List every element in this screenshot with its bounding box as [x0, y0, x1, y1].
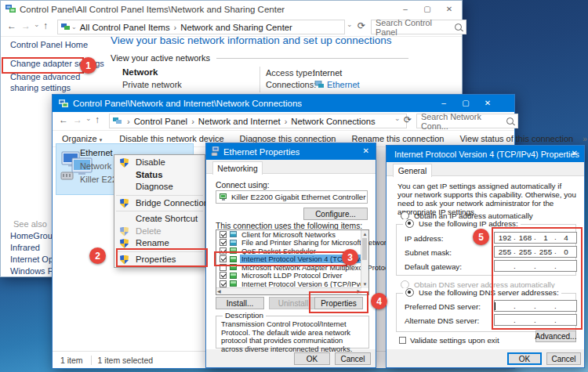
titlebar[interactable]: Control Panel\Network and Internet\Netwo… — [53, 95, 514, 112]
active-networks-label: View your active networks — [111, 53, 210, 63]
cancel-button[interactable]: Cancel — [335, 352, 371, 365]
history-chevron-icon[interactable]: ⌄ — [85, 114, 92, 122]
checkbox[interactable] — [220, 231, 227, 238]
menu-item-disable[interactable]: Disable — [114, 157, 205, 169]
window-title: Control Panel\All Control Panel Items\Ne… — [20, 5, 285, 14]
breadcrumb-separator-icon: › — [187, 117, 198, 126]
menu-item-diagnose[interactable]: Diagnose — [114, 181, 205, 193]
refresh-icon[interactable]: ⟳ — [404, 114, 412, 125]
advanced-button[interactable]: Advanced... — [535, 330, 576, 342]
checkbox[interactable] — [220, 280, 227, 287]
search-icon[interactable] — [455, 23, 462, 31]
list-item[interactable]: Microsoft LLDP Protocol Driver — [216, 272, 368, 280]
breadcrumb-all-control-panel-items[interactable]: All Control Panel Items — [80, 23, 170, 32]
up-icon[interactable]: ↑ — [43, 20, 48, 31]
titlebar[interactable]: Internet Protocol Version 4 (TCP/IPv4) P… — [387, 146, 584, 162]
address-bar[interactable]: › Control Panel › Network and Internet ›… — [109, 114, 407, 128]
annotation-step-1: 1 — [80, 57, 96, 74]
network-client-icon — [230, 231, 237, 237]
sidebar-item-change-advanced-sharing[interactable]: Change advanced sharing settings — [10, 71, 92, 93]
menu-item-status[interactable]: Status — [114, 169, 205, 182]
sidebar-item-homegroup[interactable]: HomeGroup — [10, 231, 57, 240]
search-placeholder: Search Network Conn... — [421, 112, 506, 131]
vertical-scrollbar[interactable]: ▲ ▼ — [361, 230, 368, 288]
scroll-left-icon[interactable]: ◀ — [217, 288, 221, 294]
checkbox[interactable] — [399, 337, 406, 344]
annotation-box-properties-button — [309, 291, 368, 313]
annotation-box-ipv4-item — [214, 251, 347, 266]
close-icon[interactable]: ✕ — [363, 146, 369, 155]
scrollbar-thumb[interactable] — [362, 238, 367, 260]
sidebar-item-infrared[interactable]: Infrared — [10, 243, 40, 252]
close-icon[interactable]: ✕ — [477, 95, 499, 112]
refresh-icon[interactable]: ⟳ — [358, 20, 365, 31]
radio-icon[interactable] — [405, 219, 414, 228]
ok-button[interactable]: OK — [507, 352, 542, 365]
tab-networking[interactable]: Networking — [212, 161, 263, 175]
organize-chevron-icon: ▾ — [100, 137, 103, 143]
search-icon[interactable] — [506, 117, 514, 125]
tab-general[interactable]: General — [393, 164, 432, 177]
cancel-button[interactable]: Cancel — [546, 352, 581, 365]
close-icon[interactable]: ✕ — [438, 1, 460, 18]
organize-menu[interactable]: Organize ▾ — [62, 134, 102, 143]
checkbox[interactable] — [220, 272, 227, 279]
control-panel-icon — [61, 23, 70, 31]
search-input[interactable]: Search Control Panel — [371, 20, 466, 34]
list-item[interactable]: Client for Microsoft Networks — [216, 230, 368, 239]
list-item[interactable]: File and Printer Sharing for Microsoft N… — [216, 239, 368, 247]
install-button[interactable]: Install... — [216, 297, 264, 309]
validate-checkbox[interactable]: Validate settings upon exit — [399, 336, 499, 345]
close-icon[interactable]: ✕ — [572, 149, 578, 157]
divider — [260, 67, 260, 92]
forward-icon[interactable]: → — [73, 114, 82, 125]
list-item[interactable]: Internet Protocol Version 6 (TCP/IPv6) — [216, 280, 368, 288]
menu-item-delete[interactable]: Delete — [114, 226, 205, 238]
menu-item-create-shortcut[interactable]: Create Shortcut — [114, 213, 205, 226]
dialog-title: Internet Protocol Version 4 (TCP/IPv4) P… — [394, 150, 579, 159]
address-dropdown-icon[interactable]: ⌄ — [347, 20, 353, 28]
connections-ethernet-link[interactable]: Ethernet — [327, 80, 360, 89]
uac-shield-icon — [120, 227, 129, 237]
description-group: Description Transmission Control Protoco… — [216, 316, 369, 349]
window-title: Control Panel\Network and Internet\Netwo… — [73, 99, 302, 108]
address-bar[interactable]: ⌄ All Control Panel Items › Network and … — [57, 20, 345, 34]
annotation-box-ip-fields — [492, 227, 583, 330]
titlebar[interactable]: Ethernet Properties ✕ — [206, 143, 376, 160]
network-icon — [113, 117, 122, 125]
maximize-icon[interactable]: ▢ — [416, 1, 438, 18]
forward-icon[interactable]: → — [21, 20, 31, 31]
minimize-icon[interactable]: – — [433, 95, 455, 112]
breadcrumb-network-connections[interactable]: Network Connections — [291, 117, 375, 126]
search-input[interactable]: Search Network Conn... — [416, 114, 518, 128]
toolbar-overflow-icon[interactable]: » — [583, 135, 587, 143]
configure-button[interactable]: Configure... — [303, 208, 368, 220]
back-icon[interactable]: ← — [7, 20, 16, 31]
breadcrumb-separator-icon: › — [281, 117, 292, 126]
minimize-icon[interactable]: – — [394, 1, 416, 18]
up-icon[interactable]: ↑ — [95, 114, 100, 125]
menu-item-bridge-connections[interactable]: Bridge Connections — [114, 197, 205, 210]
back-icon[interactable]: ← — [59, 114, 68, 125]
window-icon — [59, 99, 68, 108]
network-client-icon — [230, 240, 237, 246]
adapter-box: Killer E2200 Gigabit Ethernet Controller — [216, 190, 368, 204]
breadcrumb-network-sharing-center[interactable]: Network and Sharing Center — [180, 23, 292, 32]
annotation-step-3: 3 — [342, 249, 358, 265]
chevron-down-icon[interactable]: ⌄ — [71, 23, 77, 31]
ok-button[interactable]: OK — [294, 352, 330, 365]
breadcrumb-network-and-internet[interactable]: Network and Internet — [198, 117, 281, 126]
maximize-icon[interactable]: ▢ — [455, 95, 477, 112]
active-networks-section: View your active networks — [111, 53, 408, 63]
toolbar-view-status[interactable]: View status of this connection — [459, 134, 573, 143]
history-chevron-icon[interactable]: ⌄ — [34, 20, 40, 28]
uac-shield-icon — [120, 158, 129, 168]
checkbox[interactable] — [220, 239, 227, 246]
sidebar-item-control-panel-home[interactable]: Control Panel Home — [10, 40, 88, 49]
address-dropdown-icon[interactable]: ⌄ — [394, 114, 401, 122]
scroll-up-icon[interactable]: ▲ — [361, 231, 368, 237]
scroll-down-icon[interactable]: ▼ — [361, 281, 368, 287]
breadcrumb-control-panel[interactable]: Control Panel — [134, 117, 187, 126]
radio-icon[interactable] — [405, 288, 414, 297]
titlebar[interactable]: Control Panel\All Control Panel Items\Ne… — [1, 1, 462, 18]
